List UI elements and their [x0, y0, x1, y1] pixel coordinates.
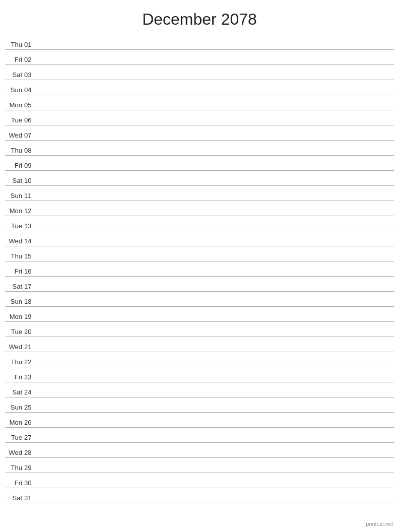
- day-row: Thu29: [5, 458, 394, 473]
- day-row: Wed07: [5, 125, 394, 141]
- day-number: 06: [24, 116, 38, 124]
- day-line: [38, 501, 394, 502]
- day-line: [38, 395, 394, 396]
- day-number: 23: [24, 373, 38, 381]
- watermark: printcal.net: [366, 521, 393, 527]
- day-number: 26: [24, 419, 38, 426]
- day-number: 03: [24, 71, 38, 79]
- day-row: Fri30: [5, 473, 394, 488]
- day-row: Fri02: [5, 50, 394, 65]
- day-number: 04: [24, 86, 38, 94]
- day-row: Tue20: [5, 322, 394, 337]
- day-number: 21: [24, 343, 38, 351]
- day-line: [38, 108, 394, 109]
- day-name: Thu: [5, 358, 24, 366]
- day-line: [38, 184, 394, 184]
- day-number: 31: [24, 494, 38, 502]
- day-name: Sat: [5, 177, 24, 184]
- day-row: Sat03: [5, 65, 394, 80]
- day-name: Sat: [5, 388, 24, 396]
- page-title: December 2078: [0, 0, 399, 35]
- day-line: [38, 486, 394, 487]
- day-number: 08: [24, 147, 38, 154]
- day-row: Sat10: [5, 171, 394, 186]
- day-name: Mon: [5, 101, 24, 109]
- day-number: 27: [24, 434, 38, 441]
- day-line: [38, 123, 394, 124]
- day-number: 20: [24, 328, 38, 336]
- day-number: 07: [24, 131, 38, 139]
- day-line: [38, 229, 394, 230]
- day-name: Mon: [5, 313, 24, 320]
- day-name: Tue: [5, 328, 24, 336]
- day-row: Tue27: [5, 428, 394, 443]
- day-number: 25: [24, 404, 38, 411]
- day-name: Wed: [5, 449, 24, 456]
- day-name: Tue: [5, 116, 24, 124]
- day-name: Wed: [5, 237, 24, 245]
- day-row: Sun18: [5, 292, 394, 307]
- day-row: Sat17: [5, 277, 394, 292]
- day-row: Sat31: [5, 488, 394, 503]
- day-line: [38, 441, 394, 441]
- day-row: Thu15: [5, 246, 394, 261]
- day-name: Fri: [5, 162, 24, 169]
- day-row: Sat24: [5, 382, 394, 397]
- day-row: Sun25: [5, 397, 394, 413]
- day-line: [38, 93, 394, 94]
- day-number: 22: [24, 358, 38, 366]
- day-row: Wed28: [5, 443, 394, 458]
- day-name: Fri: [5, 479, 24, 487]
- day-line: [38, 471, 394, 472]
- day-name: Fri: [5, 268, 24, 275]
- day-number: 05: [24, 101, 38, 109]
- day-row: Mon05: [5, 95, 394, 110]
- day-number: 10: [24, 177, 38, 184]
- day-name: Mon: [5, 207, 24, 215]
- day-line: [38, 154, 394, 154]
- day-line: [38, 411, 394, 411]
- day-name: Thu: [5, 252, 24, 260]
- day-number: 11: [24, 192, 38, 200]
- day-row: Tue06: [5, 110, 394, 125]
- day-name: Wed: [5, 343, 24, 351]
- day-line: [38, 214, 394, 215]
- day-number: 17: [24, 283, 38, 290]
- day-name: Sun: [5, 404, 24, 411]
- day-number: 09: [24, 162, 38, 169]
- day-line: [38, 63, 394, 63]
- day-name: Sat: [5, 71, 24, 79]
- day-line: [38, 380, 394, 381]
- day-number: 12: [24, 207, 38, 215]
- day-line: [38, 305, 394, 305]
- day-line: [38, 244, 394, 245]
- day-line: [38, 365, 394, 366]
- day-name: Sun: [5, 86, 24, 94]
- day-number: 18: [24, 298, 38, 305]
- day-number: 16: [24, 268, 38, 275]
- day-number: 19: [24, 313, 38, 320]
- day-number: 02: [24, 56, 38, 63]
- day-name: Thu: [5, 41, 24, 48]
- day-number: 15: [24, 252, 38, 260]
- day-row: Fri09: [5, 156, 394, 171]
- day-name: Sat: [5, 494, 24, 502]
- day-row: Sun11: [5, 186, 394, 201]
- day-line: [38, 275, 394, 275]
- day-number: 01: [24, 41, 38, 48]
- day-name: Fri: [5, 56, 24, 63]
- day-row: Thu01: [5, 35, 394, 50]
- day-number: 29: [24, 464, 38, 472]
- day-name: Tue: [5, 222, 24, 230]
- day-name: Wed: [5, 131, 24, 139]
- day-name: Sun: [5, 298, 24, 305]
- day-line: [38, 48, 394, 48]
- day-line: [38, 199, 394, 200]
- day-name: Mon: [5, 419, 24, 426]
- day-row: Mon19: [5, 307, 394, 322]
- day-name: Tue: [5, 434, 24, 441]
- day-row: Fri23: [5, 367, 394, 382]
- day-name: Thu: [5, 147, 24, 154]
- day-number: 30: [24, 479, 38, 487]
- day-line: [38, 335, 394, 336]
